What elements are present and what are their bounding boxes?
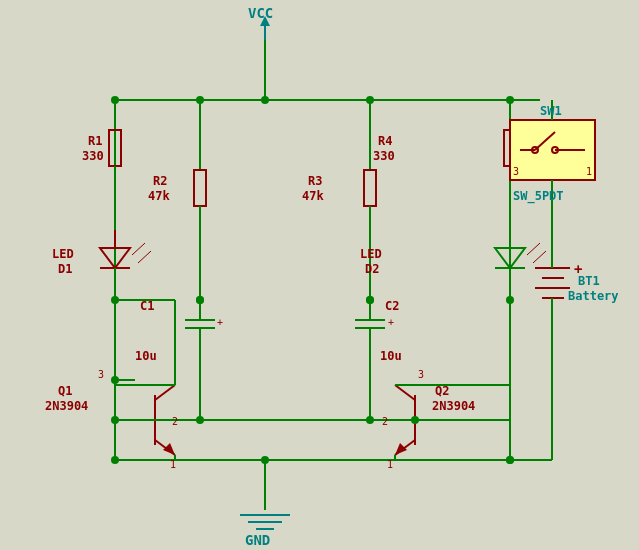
schematic-diagram [0, 0, 639, 550]
